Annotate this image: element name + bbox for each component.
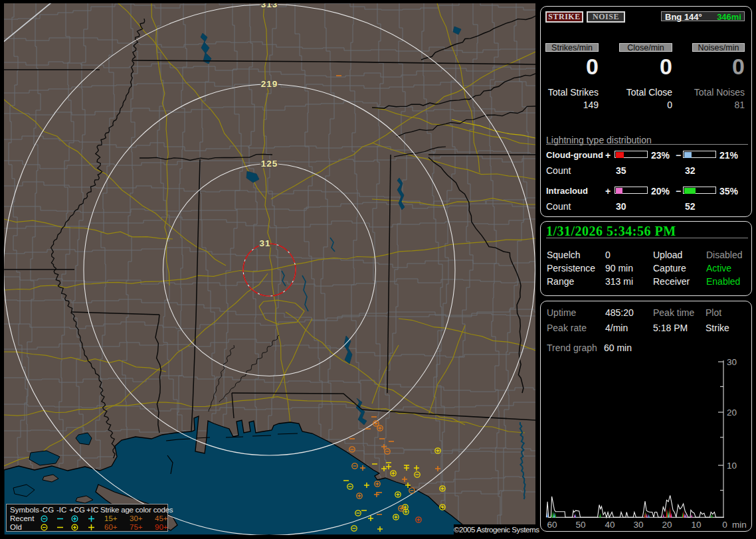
svg-text:10: 10 [691,520,701,530]
svg-text:20: 20 [662,520,672,530]
svg-text:313: 313 [261,0,278,9]
svg-text:50: 50 [575,520,585,530]
svg-text:0: 0 [722,520,727,530]
svg-text:219: 219 [261,79,278,89]
svg-text:31: 31 [259,238,270,248]
svg-text:10: 10 [727,461,737,471]
svg-text:60: 60 [547,520,557,530]
svg-text:40: 40 [605,520,614,530]
svg-text:30: 30 [727,357,737,367]
svg-text:30: 30 [633,520,643,530]
svg-text:min: min [732,520,747,530]
svg-text:125: 125 [261,159,278,169]
svg-text:20: 20 [727,408,737,418]
